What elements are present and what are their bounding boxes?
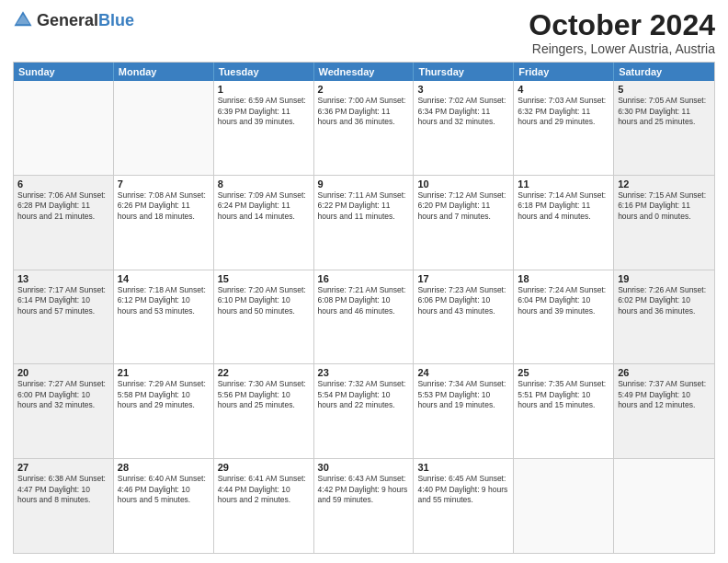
- day-number: 28: [118, 462, 210, 473]
- cell-text: Sunrise: 7:08 AM Sunset: 6:26 PM Dayligh…: [118, 190, 210, 222]
- calendar-cell: 5Sunrise: 7:05 AM Sunset: 6:30 PM Daylig…: [614, 81, 714, 175]
- calendar-cell: 18Sunrise: 7:24 AM Sunset: 6:04 PM Dayli…: [514, 270, 614, 364]
- cell-text: Sunrise: 7:35 AM Sunset: 5:51 PM Dayligh…: [518, 379, 609, 410]
- day-number: 5: [618, 84, 711, 95]
- weekday-header: Saturday: [614, 63, 714, 81]
- day-number: 13: [17, 273, 109, 284]
- calendar-cell: 31Sunrise: 6:45 AM Sunset: 4:40 PM Dayli…: [414, 459, 514, 553]
- cell-text: Sunrise: 7:29 AM Sunset: 5:58 PM Dayligh…: [118, 379, 210, 410]
- weekday-header: Sunday: [14, 63, 114, 81]
- calendar-cell: 16Sunrise: 7:21 AM Sunset: 6:08 PM Dayli…: [314, 270, 415, 364]
- calendar-body: 1Sunrise: 6:59 AM Sunset: 6:39 PM Daylig…: [14, 81, 714, 553]
- cell-text: Sunrise: 7:34 AM Sunset: 5:53 PM Dayligh…: [417, 379, 509, 410]
- logo-text: General Blue: [37, 12, 134, 30]
- cell-text: Sunrise: 7:27 AM Sunset: 6:00 PM Dayligh…: [17, 379, 109, 410]
- day-number: 12: [618, 178, 711, 190]
- logo: General Blue: [13, 9, 134, 33]
- calendar-cell: [114, 81, 214, 175]
- calendar-cell: 14Sunrise: 7:18 AM Sunset: 6:12 PM Dayli…: [114, 270, 214, 364]
- day-number: 19: [618, 273, 711, 284]
- day-number: 9: [318, 178, 410, 190]
- calendar-cell: 27Sunrise: 6:38 AM Sunset: 4:47 PM Dayli…: [14, 459, 114, 553]
- calendar-cell: 10Sunrise: 7:12 AM Sunset: 6:20 PM Dayli…: [414, 176, 514, 270]
- calendar-cell: 15Sunrise: 7:20 AM Sunset: 6:10 PM Dayli…: [214, 270, 314, 364]
- calendar-cell: [514, 459, 614, 553]
- cell-text: Sunrise: 7:05 AM Sunset: 6:30 PM Dayligh…: [618, 96, 711, 127]
- calendar-cell: 2Sunrise: 7:00 AM Sunset: 6:36 PM Daylig…: [314, 81, 415, 175]
- cell-text: Sunrise: 7:32 AM Sunset: 5:54 PM Dayligh…: [318, 379, 410, 410]
- cell-text: Sunrise: 7:00 AM Sunset: 6:36 PM Dayligh…: [318, 96, 410, 127]
- day-number: 30: [318, 462, 410, 473]
- cell-text: Sunrise: 7:30 AM Sunset: 5:56 PM Dayligh…: [218, 379, 310, 410]
- cell-text: Sunrise: 7:17 AM Sunset: 6:14 PM Dayligh…: [17, 285, 109, 316]
- day-number: 24: [417, 367, 509, 378]
- cell-text: Sunrise: 7:02 AM Sunset: 6:34 PM Dayligh…: [417, 96, 509, 127]
- day-number: 23: [318, 367, 410, 378]
- day-number: 4: [518, 84, 609, 95]
- calendar-cell: 12Sunrise: 7:15 AM Sunset: 6:16 PM Dayli…: [614, 176, 714, 270]
- weekday-header: Friday: [514, 63, 614, 81]
- day-number: 6: [17, 178, 109, 190]
- day-number: 2: [318, 84, 410, 95]
- subtitle: Reingers, Lower Austria, Austria: [529, 41, 715, 56]
- day-number: 20: [17, 367, 109, 378]
- day-number: 16: [318, 273, 410, 284]
- logo-general: General: [37, 12, 98, 30]
- day-number: 10: [417, 178, 509, 190]
- calendar-row: 1Sunrise: 6:59 AM Sunset: 6:39 PM Daylig…: [14, 81, 714, 176]
- cell-text: Sunrise: 7:14 AM Sunset: 6:18 PM Dayligh…: [518, 190, 609, 222]
- cell-text: Sunrise: 7:06 AM Sunset: 6:28 PM Dayligh…: [17, 190, 109, 222]
- day-number: 22: [218, 367, 310, 378]
- day-number: 8: [218, 178, 310, 190]
- day-number: 14: [118, 273, 210, 284]
- cell-text: Sunrise: 6:43 AM Sunset: 4:42 PM Dayligh…: [318, 474, 410, 505]
- cell-text: Sunrise: 7:09 AM Sunset: 6:24 PM Dayligh…: [218, 190, 310, 222]
- calendar-cell: 8Sunrise: 7:09 AM Sunset: 6:24 PM Daylig…: [214, 176, 314, 270]
- calendar-cell: 21Sunrise: 7:29 AM Sunset: 5:58 PM Dayli…: [114, 364, 214, 458]
- weekday-header: Thursday: [414, 63, 514, 81]
- header: General Blue October 2024 Reingers, Lowe…: [13, 9, 715, 56]
- calendar-cell: 26Sunrise: 7:37 AM Sunset: 5:49 PM Dayli…: [614, 364, 714, 458]
- calendar-cell: 17Sunrise: 7:23 AM Sunset: 6:06 PM Dayli…: [414, 270, 514, 364]
- calendar-cell: 13Sunrise: 7:17 AM Sunset: 6:14 PM Dayli…: [14, 270, 114, 364]
- calendar-cell: 22Sunrise: 7:30 AM Sunset: 5:56 PM Dayli…: [214, 364, 314, 458]
- cell-text: Sunrise: 7:15 AM Sunset: 6:16 PM Dayligh…: [618, 190, 711, 222]
- day-number: 27: [17, 462, 109, 473]
- calendar-cell: 25Sunrise: 7:35 AM Sunset: 5:51 PM Dayli…: [514, 364, 614, 458]
- month-title: October 2024: [529, 9, 715, 41]
- cell-text: Sunrise: 7:11 AM Sunset: 6:22 PM Dayligh…: [318, 190, 410, 222]
- cell-text: Sunrise: 6:41 AM Sunset: 4:44 PM Dayligh…: [218, 474, 310, 505]
- calendar-cell: 3Sunrise: 7:02 AM Sunset: 6:34 PM Daylig…: [414, 81, 514, 175]
- calendar-cell: 20Sunrise: 7:27 AM Sunset: 6:00 PM Dayli…: [14, 364, 114, 458]
- weekday-header: Wednesday: [314, 63, 415, 81]
- calendar-cell: 6Sunrise: 7:06 AM Sunset: 6:28 PM Daylig…: [14, 176, 114, 270]
- cell-text: Sunrise: 6:38 AM Sunset: 4:47 PM Dayligh…: [17, 474, 109, 505]
- day-number: 1: [218, 84, 310, 95]
- calendar-cell: 7Sunrise: 7:08 AM Sunset: 6:26 PM Daylig…: [114, 176, 214, 270]
- day-number: 15: [218, 273, 310, 284]
- calendar-row: 20Sunrise: 7:27 AM Sunset: 6:00 PM Dayli…: [14, 364, 714, 459]
- calendar-cell: 28Sunrise: 6:40 AM Sunset: 4:46 PM Dayli…: [114, 459, 214, 553]
- calendar: SundayMondayTuesdayWednesdayThursdayFrid…: [13, 62, 715, 554]
- calendar-row: 27Sunrise: 6:38 AM Sunset: 4:47 PM Dayli…: [14, 459, 714, 553]
- weekday-header: Tuesday: [214, 63, 314, 81]
- logo-blue: Blue: [98, 12, 134, 30]
- calendar-cell: 11Sunrise: 7:14 AM Sunset: 6:18 PM Dayli…: [514, 176, 614, 270]
- calendar-cell: 19Sunrise: 7:26 AM Sunset: 6:02 PM Dayli…: [614, 270, 714, 364]
- day-number: 29: [218, 462, 310, 473]
- calendar-cell: [14, 81, 114, 175]
- cell-text: Sunrise: 7:21 AM Sunset: 6:08 PM Dayligh…: [318, 285, 410, 316]
- calendar-cell: 23Sunrise: 7:32 AM Sunset: 5:54 PM Dayli…: [314, 364, 415, 458]
- cell-text: Sunrise: 7:24 AM Sunset: 6:04 PM Dayligh…: [518, 285, 609, 316]
- cell-text: Sunrise: 7:12 AM Sunset: 6:20 PM Dayligh…: [417, 190, 509, 222]
- page: General Blue October 2024 Reingers, Lowe…: [0, 0, 728, 563]
- cell-text: Sunrise: 6:59 AM Sunset: 6:39 PM Dayligh…: [218, 96, 310, 127]
- cell-text: Sunrise: 7:37 AM Sunset: 5:49 PM Dayligh…: [618, 379, 711, 410]
- calendar-cell: [614, 459, 714, 553]
- day-number: 21: [118, 367, 210, 378]
- day-number: 25: [518, 367, 609, 378]
- calendar-cell: 1Sunrise: 6:59 AM Sunset: 6:39 PM Daylig…: [214, 81, 314, 175]
- day-number: 17: [417, 273, 509, 284]
- cell-text: Sunrise: 6:45 AM Sunset: 4:40 PM Dayligh…: [417, 474, 509, 505]
- calendar-cell: 4Sunrise: 7:03 AM Sunset: 6:32 PM Daylig…: [514, 81, 614, 175]
